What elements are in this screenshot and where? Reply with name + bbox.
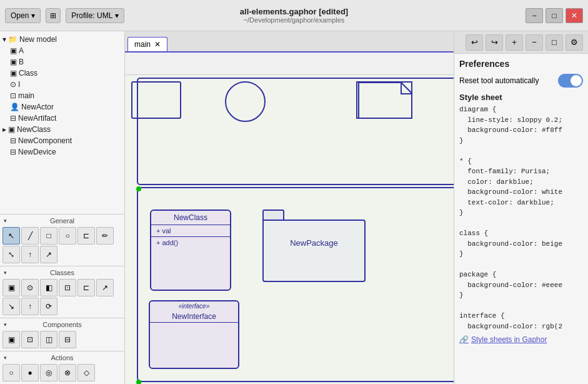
left-sidebar: ▾ 📁 New model ▣ A ▣ B ▣ Class ⊙ I ⊡ [0, 31, 125, 384]
tree-item-newdevice[interactable]: ⊟ NewDevice [0, 146, 124, 158]
style-sheet-title: Style sheet [459, 93, 583, 102]
cmp-tool2[interactable]: ⊡ [21, 331, 39, 348]
circle-tool[interactable]: ○ [59, 227, 76, 245]
item-icon: ⊟ [10, 148, 16, 156]
up-tool[interactable]: ↑ [21, 246, 39, 263]
tree-item-class[interactable]: ▣ Class [0, 68, 124, 79]
components-tools: ▣ ⊡ ◫ ⊟ [0, 330, 124, 350]
tree-item-main[interactable]: ⊡ main [0, 90, 124, 101]
right-frame-btn[interactable]: □ [546, 34, 563, 51]
tree-item-b[interactable]: ▣ B [0, 56, 124, 68]
tree-view: ▾ 📁 New model ▣ A ▣ B ▣ Class ⊙ I ⊡ [0, 31, 124, 214]
general-label: General [50, 217, 74, 225]
general-collapse-icon: ▾ [4, 218, 7, 224]
maximize-button[interactable]: □ [546, 8, 563, 23]
minimize-button[interactable]: − [526, 8, 543, 23]
classes-label: Classes [50, 269, 74, 276]
cls-tool6[interactable]: ↗ [96, 279, 114, 296]
style-sheet-code[interactable]: diagram { line-style: sloppy 0.2; backgr… [459, 104, 583, 331]
right-panel-toolbar: ↩ ↪ + − □ ⚙ [454, 31, 588, 54]
cls-tool8[interactable]: ↑ [21, 298, 39, 315]
tree-item-newcomponent[interactable]: ⊟ NewComponent [0, 135, 124, 146]
act-tool5[interactable]: ◇ [77, 364, 95, 381]
item-icon: ▣ [10, 69, 17, 78]
canvas-toolbar [125, 53, 454, 75]
classes-section-header[interactable]: ▾ Classes [0, 268, 124, 278]
cmp-tool1[interactable]: ▣ [2, 331, 20, 348]
sketch-circle [225, 81, 266, 122]
cls-tool4[interactable]: ⊡ [59, 279, 76, 296]
preferences-title: Preferences [459, 59, 583, 69]
right-add-btn[interactable]: + [506, 34, 523, 51]
item-icon: ⊟ [10, 114, 16, 123]
item-expand-icon: ▸ [2, 125, 6, 134]
newinterface-box[interactable]: «interface» NewInterface [149, 300, 239, 369]
cls-tool5[interactable]: ⊏ [77, 279, 95, 296]
box-tool[interactable]: □ [40, 227, 57, 245]
actions-label: Actions [51, 354, 73, 361]
act-tool4[interactable]: ⊗ [59, 364, 76, 381]
components-collapse-icon: ▾ [4, 321, 7, 328]
right-redo-btn[interactable]: ↪ [486, 34, 503, 51]
link-label: Style sheets in Gaphor [471, 335, 547, 344]
open-button[interactable]: Open ▾ [5, 8, 41, 23]
item-icon: ⊙ [10, 80, 16, 89]
window-subtitle: ~/Development/gaphor/examples [240, 16, 348, 24]
profile-button[interactable]: Profile: UML ▾ [66, 8, 124, 23]
reset-tool-toggle[interactable] [558, 74, 583, 88]
item-icon: 👤 [10, 103, 19, 111]
open-label: Open [11, 11, 29, 20]
package-body: NewPackage [262, 220, 366, 282]
components-section-header[interactable]: ▾ Components [0, 320, 124, 330]
cmp-tool3[interactable]: ◫ [40, 331, 57, 348]
newclass-method: + add() [151, 237, 230, 248]
style-sheet-link[interactable]: 🔗 Style sheets in Gaphor [459, 335, 583, 344]
pointer-tool[interactable]: ↖ [2, 227, 20, 245]
item-label: NewArtifact [18, 114, 56, 123]
act-tool1[interactable]: ○ [2, 364, 20, 381]
general-section: ▾ General ↖ ╱ □ ○ ⊏ ✏ ⤡ ↑ ↗ [0, 214, 124, 266]
cls-tool7[interactable]: ↘ [2, 298, 20, 315]
line-tool[interactable]: ╱ [21, 227, 39, 245]
root-folder-icon: 📁 [8, 35, 17, 44]
tree-item-newactor[interactable]: 👤 NewActor [0, 101, 124, 113]
main-tab-close[interactable]: ✕ [154, 40, 161, 49]
tree-item-a[interactable]: ▣ A [0, 45, 124, 56]
general-tools: ↖ ╱ □ ○ ⊏ ✏ ⤡ ↑ ↗ [0, 226, 124, 265]
canvas[interactable]: NewClass + val + add() «interface» NewIn… [125, 75, 454, 384]
cls-tool9[interactable]: ⟳ [40, 298, 57, 315]
tree-root[interactable]: ▾ 📁 New model [0, 34, 124, 45]
tree-item-newartifact[interactable]: ⊟ NewArtifact [0, 113, 124, 124]
cls-tool3[interactable]: ◧ [40, 279, 57, 296]
angled-tool[interactable]: ↗ [40, 246, 57, 263]
components-section: ▾ Components ▣ ⊡ ◫ ⊟ [0, 318, 124, 351]
general-section-header[interactable]: ▾ General [0, 216, 124, 226]
main-layout: ▾ 📁 New model ▣ A ▣ B ▣ Class ⊙ I ⊡ [0, 31, 588, 384]
main-tab-label: main [134, 40, 151, 49]
newclass-title: NewClass [151, 211, 230, 225]
root-label: New model [19, 35, 57, 44]
main-tab[interactable]: main ✕ [127, 37, 167, 51]
cmp-tool4[interactable]: ⊟ [59, 331, 76, 348]
sketch-rect [131, 81, 181, 119]
window-title-area: all-elements.gaphor [edited] ~/Developme… [240, 7, 348, 24]
act-tool2[interactable]: ● [21, 364, 39, 381]
item-label: NewDevice [18, 148, 56, 156]
tree-item-i[interactable]: ⊙ I [0, 79, 124, 90]
tree-item-newclass[interactable]: ▸ ▣ NewClass [0, 124, 124, 135]
cls-tool1[interactable]: ▣ [2, 279, 20, 296]
diag-tool1[interactable]: ⤡ [2, 246, 20, 263]
right-minus-btn[interactable]: − [526, 34, 543, 51]
classes-tools: ▣ ⊙ ◧ ⊡ ⊏ ↗ ↘ ↑ ⟳ [0, 278, 124, 316]
item-label: NewComponent [18, 136, 72, 145]
cls-tool2[interactable]: ⊙ [21, 279, 39, 296]
pencil-tool[interactable]: ✏ [96, 227, 114, 245]
newclass-box[interactable]: NewClass + val + add() [150, 210, 231, 291]
diagram-icon-button[interactable]: ⊞ [46, 8, 61, 23]
actions-section-header[interactable]: ▾ Actions [0, 353, 124, 363]
note-tool[interactable]: ⊏ [77, 227, 95, 245]
close-button[interactable]: ✕ [566, 8, 583, 23]
right-settings-btn[interactable]: ⚙ [566, 34, 583, 51]
act-tool3[interactable]: ◎ [40, 364, 57, 381]
right-undo-btn[interactable]: ↩ [466, 34, 483, 51]
